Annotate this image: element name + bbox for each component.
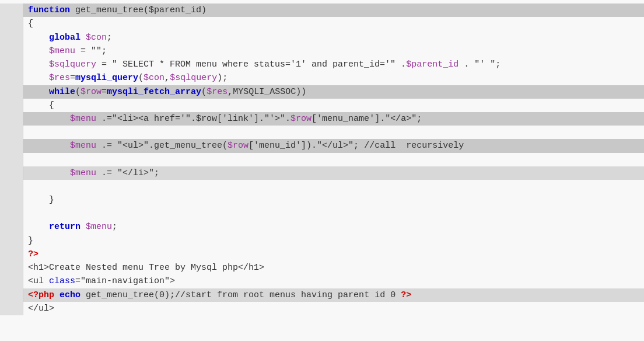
line-gutter bbox=[0, 288, 23, 302]
line-content: } bbox=[23, 234, 644, 248]
token-plain bbox=[28, 31, 49, 44]
token-var: $menu bbox=[70, 139, 96, 152]
line-gutter bbox=[0, 207, 23, 220]
code-line bbox=[0, 153, 644, 166]
token-plain: = ""; bbox=[75, 44, 107, 58]
line-content: } bbox=[23, 193, 644, 207]
code-line: { bbox=[0, 17, 644, 30]
line-gutter bbox=[0, 248, 23, 261]
line-content: ?> bbox=[23, 248, 644, 261]
line-content: { bbox=[23, 17, 644, 30]
line-gutter bbox=[0, 31, 23, 44]
code-line: while($row=mysqli_fetch_array($res,MYSQL… bbox=[0, 85, 644, 99]
token-plain: get_menu_tree(0);//start from root menus… bbox=[80, 288, 401, 302]
code-line: $menu .= "</li>"; bbox=[0, 166, 644, 180]
code-line: { bbox=[0, 99, 644, 112]
code-line: } bbox=[0, 193, 644, 207]
code-line: return $menu; bbox=[0, 220, 644, 234]
token-plain: get_menu_tree($parent_id) bbox=[70, 4, 206, 17]
token-plain: ="main-navigation"> bbox=[75, 274, 175, 288]
line-content: $menu = ""; bbox=[23, 44, 644, 58]
token-plain bbox=[28, 85, 49, 99]
line-gutter bbox=[0, 220, 23, 234]
token-plain bbox=[80, 220, 86, 234]
token-plain: } bbox=[28, 193, 54, 207]
token-var: $res bbox=[206, 85, 228, 99]
token-plain: ,MYSQLI_ASSOC)) bbox=[228, 85, 306, 99]
code-line bbox=[0, 207, 644, 220]
line-gutter bbox=[0, 85, 23, 99]
token-plain: <ul bbox=[28, 274, 49, 288]
token-plain bbox=[28, 112, 70, 126]
token-kw: return bbox=[49, 220, 80, 234]
token-plain bbox=[28, 180, 49, 193]
line-gutter bbox=[0, 71, 23, 85]
token-plain: Create Nested menu Tree by Mysql php bbox=[49, 261, 238, 274]
token-plain: .= "</li>"; bbox=[96, 166, 159, 180]
line-content: while($row=mysqli_fetch_array($res,MYSQL… bbox=[23, 85, 644, 99]
token-kw: echo bbox=[60, 288, 80, 302]
token-plain: </h1> bbox=[238, 261, 264, 274]
code-line: $menu = ""; bbox=[0, 44, 644, 58]
line-gutter bbox=[0, 99, 23, 112]
code-line: <ul class="main-navigation"> bbox=[0, 274, 644, 288]
token-attr: class bbox=[49, 274, 75, 288]
token-php-tag: ?> bbox=[401, 288, 411, 302]
code-line: ?> bbox=[0, 248, 644, 261]
token-plain: .= "<ul>".get_menu_tree( bbox=[96, 139, 228, 152]
token-var: $row bbox=[80, 85, 102, 99]
code-line: $menu .= "<ul>".get_menu_tree($row['menu… bbox=[0, 139, 644, 152]
token-var: $menu bbox=[70, 112, 96, 126]
line-gutter bbox=[0, 166, 23, 180]
token-var: $sqlquery bbox=[49, 58, 96, 71]
line-gutter bbox=[0, 44, 23, 58]
token-php-tag: ?> bbox=[28, 248, 38, 261]
token-plain: ( bbox=[201, 85, 206, 99]
code-line: } bbox=[0, 234, 644, 248]
line-content bbox=[23, 207, 644, 220]
token-plain: .="<li><a href='".$row['link']."'>". bbox=[96, 112, 290, 126]
line-gutter bbox=[0, 234, 23, 248]
line-content: <ul class="main-navigation"> bbox=[23, 274, 644, 288]
token-plain: = bbox=[70, 71, 75, 85]
line-gutter bbox=[0, 126, 23, 139]
line-content: $menu .= "</li>"; bbox=[23, 166, 644, 180]
token-kw: function bbox=[28, 4, 70, 17]
code-line: $sqlquery = " SELECT * FROM menu where s… bbox=[0, 58, 644, 71]
token-plain: { bbox=[28, 99, 54, 112]
line-content: <?php echo get_menu_tree(0);//start from… bbox=[23, 288, 644, 302]
token-var: $row bbox=[228, 139, 249, 152]
token-plain: ); bbox=[217, 71, 228, 85]
line-content: $sqlquery = " SELECT * FROM menu where s… bbox=[23, 58, 644, 71]
line-gutter bbox=[0, 302, 23, 315]
token-plain: = bbox=[102, 85, 107, 99]
token-var: $con bbox=[144, 71, 164, 85]
token-plain: ['menu_id'])."</ul>"; //call recursively bbox=[249, 139, 464, 152]
line-content: $menu .="<li><a href='".$row['link']."'>… bbox=[23, 112, 644, 126]
line-gutter bbox=[0, 58, 23, 71]
line-gutter bbox=[0, 261, 23, 274]
line-gutter bbox=[0, 17, 23, 30]
line-gutter bbox=[0, 180, 23, 193]
line-gutter bbox=[0, 139, 23, 152]
token-fn: mysqli_fetch_array bbox=[107, 85, 201, 99]
line-content: return $menu; bbox=[23, 220, 644, 234]
token-plain: . "' "; bbox=[459, 58, 501, 71]
line-gutter bbox=[0, 4, 23, 17]
token-plain: ; bbox=[107, 31, 112, 44]
token-plain: <h1> bbox=[28, 261, 49, 274]
token-fn: mysqli_query bbox=[75, 71, 138, 85]
token-plain bbox=[28, 71, 49, 85]
token-plain: ['menu_name']."</a>"; bbox=[312, 112, 422, 126]
token-plain: ( bbox=[138, 71, 144, 85]
token-var: $menu bbox=[70, 166, 96, 180]
token-plain: = " SELECT * FROM menu where status='1' … bbox=[96, 58, 406, 71]
code-line: $res=mysqli_query($con,$sqlquery); bbox=[0, 71, 644, 85]
token-var: $con bbox=[86, 31, 107, 44]
token-plain: , bbox=[164, 71, 170, 85]
token-plain: ; bbox=[112, 220, 117, 234]
token-plain bbox=[28, 58, 49, 71]
code-line: $menu .="<li><a href='".$row['link']."'>… bbox=[0, 112, 644, 126]
code-line bbox=[0, 126, 644, 139]
code-line: global $con; bbox=[0, 31, 644, 44]
